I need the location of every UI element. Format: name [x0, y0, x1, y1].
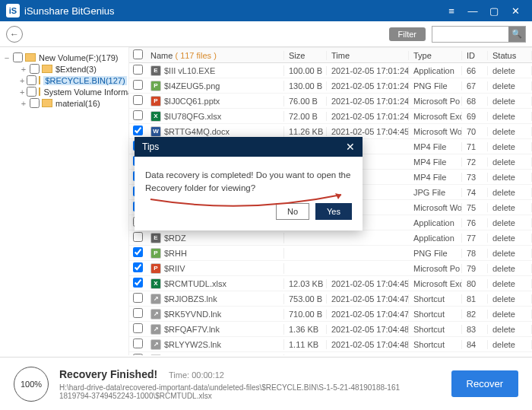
recover-button[interactable]: Recover: [451, 370, 518, 397]
file-row[interactable]: X$RCMTUDL.xlsx12.03 KB2021-02-05 17:04:4…: [129, 276, 532, 291]
file-row[interactable]: ↗$RK5YVND.lnk710.00 B2021-02-05 17:04:47…: [129, 307, 532, 322]
file-status: delete: [488, 127, 532, 136]
file-row[interactable]: E$RDZApplication77delete: [129, 230, 532, 246]
file-name: $RK5YVND.lnk: [164, 310, 221, 319]
twisty-icon[interactable]: −: [3, 53, 11, 62]
select-all-checkbox[interactable]: [133, 49, 143, 59]
file-row[interactable]: E$III vL10.EXE100.00 B2021-02-05 17:01:2…: [129, 63, 532, 78]
file-time: 2021-02-05 17:04:45: [327, 127, 409, 136]
tree-child[interactable]: +material(16): [3, 97, 125, 109]
row-checkbox[interactable]: [133, 80, 143, 90]
row-checkbox[interactable]: [133, 338, 143, 348]
xlsx-icon: X: [150, 111, 161, 122]
tree-checkbox[interactable]: [13, 52, 23, 62]
menu-icon[interactable]: ≡: [441, 5, 462, 17]
file-status: delete: [488, 97, 532, 106]
file-status: delete: [488, 249, 532, 258]
lnk-icon: ↗: [150, 354, 161, 356]
tree-label[interactable]: New Volume(F:)(179): [39, 53, 119, 62]
column-headers: Name ( 117 files ) Size Time Type ID Sta…: [129, 48, 532, 63]
filter-button[interactable]: Filter: [389, 27, 426, 41]
file-row[interactable]: P$RIIVMicrosoft Po79delete: [129, 261, 532, 276]
file-status: delete: [488, 173, 532, 182]
file-type: Shortcut: [409, 294, 462, 304]
file-type: Shortcut: [409, 340, 462, 349]
folder-icon: [39, 87, 40, 96]
row-checkbox[interactable]: [133, 110, 143, 120]
minimize-icon[interactable]: —: [462, 5, 483, 17]
search-icon[interactable]: 🔍: [508, 27, 525, 42]
row-checkbox[interactable]: [133, 308, 143, 318]
row-checkbox[interactable]: [133, 262, 143, 272]
tree-label[interactable]: System Volume Information(20): [43, 87, 129, 97]
file-row[interactable]: ↗$RLYYW2S.lnk1.11 KB2021-02-05 17:04:48S…: [129, 337, 532, 352]
tree-checkbox[interactable]: [27, 75, 36, 85]
folder-icon: [42, 65, 52, 73]
file-name: $RIIV: [164, 264, 185, 273]
row-checkbox[interactable]: [133, 293, 143, 303]
tree-checkbox[interactable]: [27, 87, 36, 97]
file-size: 1.11 KB: [284, 340, 327, 349]
file-size: 1.36 KB: [284, 325, 327, 334]
col-status[interactable]: Status: [488, 51, 532, 60]
file-row[interactable]: ↗$RHMNVIM.lnk957.00 B2021-02-05 17:04:48…: [129, 352, 532, 355]
col-size[interactable]: Size: [284, 51, 327, 60]
file-row[interactable]: ↗$RJIOBZS.lnk753.00 B2021-02-05 17:04:47…: [129, 291, 532, 307]
no-button[interactable]: No: [276, 203, 309, 220]
back-button[interactable]: ←: [6, 26, 23, 43]
col-name[interactable]: Name ( 117 files ): [146, 51, 284, 60]
dialog-close-icon[interactable]: ✕: [346, 141, 355, 153]
tree-label[interactable]: material(16): [55, 99, 100, 108]
row-checkbox[interactable]: [133, 278, 143, 288]
file-time: 2021-02-05 17:04:47: [327, 310, 409, 319]
file-id: 73: [462, 173, 488, 182]
maximize-icon[interactable]: ▢: [483, 5, 505, 17]
file-type: MP4 File: [409, 142, 462, 151]
twisty-icon[interactable]: +: [20, 76, 24, 85]
close-icon[interactable]: ✕: [505, 5, 526, 17]
file-id: 85: [462, 355, 488, 356]
file-type: Application: [409, 234, 462, 243]
file-name: $RDZ: [164, 234, 186, 243]
file-type: Shortcut: [409, 310, 462, 319]
file-row[interactable]: P$RHHPNG File78delete: [129, 246, 532, 261]
tree-child[interactable]: +System Volume Information(20): [3, 86, 125, 97]
row-checkbox[interactable]: [133, 95, 143, 105]
col-type[interactable]: Type: [409, 51, 462, 60]
file-row[interactable]: P$IJ0CQ61.pptx76.00 B2021-02-05 17:01:24…: [129, 94, 532, 109]
row-checkbox[interactable]: [133, 126, 143, 135]
file-row[interactable]: X$IU78QFG.xlsx72.00 B2021-02-05 17:01:24…: [129, 109, 532, 124]
file-status: delete: [488, 310, 532, 319]
app-title: iSunshare BitGenius: [24, 5, 441, 17]
tree-checkbox[interactable]: [30, 98, 40, 108]
row-checkbox[interactable]: [133, 232, 143, 242]
tree-root[interactable]: − New Volume(F:)(179): [3, 52, 125, 63]
tree-child[interactable]: +$Extend(3): [3, 63, 125, 75]
tree-label[interactable]: $Extend(3): [55, 65, 97, 74]
col-time[interactable]: Time: [327, 51, 409, 60]
file-row[interactable]: ↗$RFQAF7V.lnk1.36 KB2021-02-05 17:04:48S…: [129, 322, 532, 337]
file-type: Microsoft Exc: [409, 112, 462, 121]
row-checkbox[interactable]: [133, 247, 143, 257]
row-checkbox[interactable]: [133, 354, 143, 355]
file-status: delete: [488, 340, 532, 349]
exe-icon: E: [150, 65, 161, 76]
file-time: 2021-02-05 17:04:48: [327, 355, 409, 356]
row-checkbox[interactable]: [133, 323, 143, 333]
png-icon: P: [150, 81, 161, 91]
file-id: 83: [462, 325, 488, 334]
file-row[interactable]: P$I4ZEUG5.png130.00 B2021-02-05 17:01:24…: [129, 78, 532, 94]
twisty-icon[interactable]: +: [20, 99, 27, 108]
col-id[interactable]: ID: [462, 51, 488, 60]
yes-button[interactable]: Yes: [315, 203, 352, 220]
twisty-icon[interactable]: +: [20, 87, 24, 97]
row-checkbox[interactable]: [133, 65, 143, 75]
dialog-header[interactable]: Tips ✕: [135, 137, 363, 157]
file-id: 77: [462, 234, 488, 243]
tree-child[interactable]: +$RECYCLE.BIN(127): [3, 75, 125, 86]
twisty-icon[interactable]: +: [20, 65, 27, 74]
tree-checkbox[interactable]: [30, 64, 40, 74]
file-time: 2021-02-05 17:01:24: [327, 66, 409, 75]
tree-label[interactable]: $RECYCLE.BIN(127): [43, 76, 126, 85]
search-input[interactable]: [432, 27, 508, 41]
